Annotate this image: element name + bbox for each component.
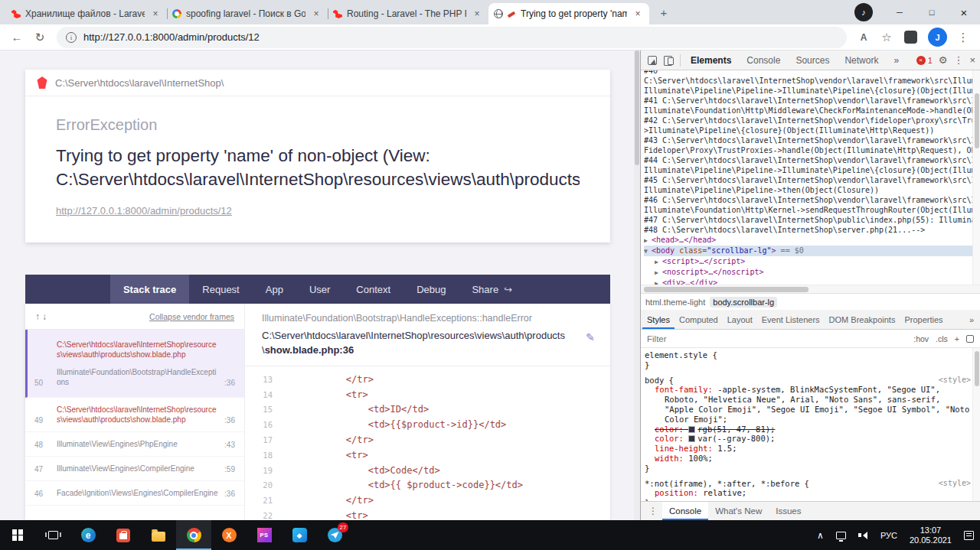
drawer-menu-icon[interactable]: ⋮ — [644, 502, 662, 520]
start-button[interactable] — [0, 520, 35, 550]
stack-text-line[interactable]: #47 C:\Server\htdocs\laravel\InternetSho… — [644, 215, 980, 225]
expand-arrow-icon[interactable]: ▶ — [655, 278, 662, 285]
device-toolbar-icon[interactable] — [664, 55, 674, 65]
tray-chevron-up-icon[interactable]: ∧ — [811, 520, 830, 550]
address-bar[interactable]: i http://127.0.0.1:8000/admin/products/1… — [57, 27, 847, 48]
inspect-element-icon[interactable] — [648, 56, 657, 65]
css-property[interactable]: position: relative; — [645, 488, 971, 498]
subtab-dom-breakpoints[interactable]: DOM Breakpoints — [825, 310, 900, 329]
browser-menu-icon[interactable]: ⋮ — [952, 27, 974, 48]
window-maximize-button[interactable]: □ — [916, 0, 948, 24]
network-icon[interactable] — [830, 520, 852, 550]
dom-node-body-selected[interactable]: ▼<body class="scrollbar-lg"> == $0 — [644, 246, 980, 256]
stack-text-line[interactable]: #40 — [644, 70, 980, 76]
color-swatch[interactable] — [688, 435, 695, 442]
tab-close-icon[interactable]: × — [632, 8, 644, 20]
window-close-button[interactable]: × — [948, 0, 980, 24]
element-style-rule[interactable]: element.style { } — [645, 350, 971, 370]
elements-horizontal-scrollbar[interactable] — [641, 285, 980, 293]
devtools-tab-network[interactable]: Network — [839, 50, 884, 70]
new-tab-button[interactable]: + — [654, 2, 674, 22]
taskbar-app-messenger[interactable]: 27 — [317, 520, 352, 550]
request-url-link[interactable]: http://127.0.0.1:8000/admin/products/12 — [56, 205, 232, 216]
stack-text-line[interactable]: #46 C:\Server\htdocs\laravel\InternetSho… — [644, 195, 980, 205]
layout-grid-icon[interactable] — [966, 335, 974, 343]
taskbar-app-phpstorm[interactable]: PS — [247, 520, 282, 550]
taskbar-clock[interactable]: 13:07 20.05.2021 — [903, 526, 958, 545]
dom-node-div[interactable]: ▶<div>…</div> — [644, 278, 980, 285]
expand-arrow-icon[interactable]: ▶ — [655, 257, 662, 267]
tab-close-icon[interactable]: × — [471, 8, 483, 20]
profile-avatar[interactable]: J — [928, 28, 947, 47]
taskbar-app-edge[interactable]: e — [70, 520, 106, 550]
css-property[interactable]: color: var(--gray-800); — [645, 434, 971, 444]
css-property[interactable]: line-height: 1.5; — [645, 444, 971, 454]
drawer-tab-console[interactable]: Console — [662, 502, 708, 520]
taskbar-app-store[interactable] — [106, 520, 141, 550]
stack-frame-46[interactable]: 46 Facade\Ignition\Views\Engines\Compile… — [25, 481, 244, 506]
page-scrollbar[interactable] — [634, 50, 640, 520]
stack-frame-49[interactable]: 49 C:\Server\htdocs\laravel\InternetShop… — [25, 398, 244, 432]
expand-arrow-icon[interactable]: ▶ — [644, 236, 652, 246]
css-property[interactable]: font-family: -apple-system, BlinkMacSyst… — [645, 385, 971, 424]
breadcrumb-html[interactable]: html.theme-light — [645, 298, 705, 307]
dom-node-noscript[interactable]: ▶<noscript>…</noscript> — [644, 267, 980, 278]
body-style-rule[interactable]: <style>body { font-family: -apple-system… — [645, 376, 971, 474]
page-scrollbar-thumb[interactable] — [635, 50, 639, 165]
drawer-tab-whats-new[interactable]: What's New — [708, 502, 769, 520]
back-button[interactable]: ← — [6, 27, 28, 48]
tab-close-icon[interactable]: × — [149, 8, 162, 20]
subtab-styles[interactable]: Styles — [642, 310, 675, 329]
collapse-arrow-icon[interactable]: ▼ — [644, 246, 652, 256]
ignition-tab-debug[interactable]: Debug — [403, 275, 459, 304]
extension-icon[interactable] — [904, 31, 917, 44]
devtools-tab-sources[interactable]: Sources — [790, 50, 835, 70]
taskbar-app-explorer[interactable] — [141, 520, 176, 550]
stack-text-line[interactable]: >Illuminate\Pipeline\{closure}(Object(Il… — [644, 125, 980, 135]
language-indicator[interactable]: РУС — [874, 520, 903, 550]
subtab-event-listeners[interactable]: Event Listeners — [757, 310, 825, 329]
hover-state-toggle[interactable]: :hov — [913, 334, 929, 343]
dom-node-head[interactable]: ▶<head>…</head> — [644, 235, 980, 246]
tab-laravel-routing[interactable]: Routing - Laravel - The PHP Fram × — [328, 3, 488, 24]
subtab-properties[interactable]: Properties — [900, 310, 947, 329]
media-controls-button[interactable]: ♪ — [854, 3, 873, 21]
ignition-tab-share[interactable]: Share ↪ — [459, 275, 525, 304]
more-subtabs-icon[interactable]: » — [963, 310, 980, 329]
style-origin-link[interactable]: <style> — [939, 479, 971, 489]
color-swatch[interactable] — [688, 426, 695, 433]
site-info-icon[interactable]: i — [66, 32, 77, 43]
open-in-editor-pencil-icon[interactable]: ✎ — [586, 331, 595, 343]
tab-error-page-active[interactable]: Trying to get property 'name × — [488, 3, 649, 24]
translate-icon[interactable]: A — [853, 27, 874, 48]
subtab-layout[interactable]: Layout — [723, 310, 757, 329]
sort-down-icon[interactable]: ↓ — [42, 311, 47, 322]
expand-arrow-icon[interactable]: ▶ — [655, 268, 662, 278]
stack-text-line[interactable]: #44 C:\Server\htdocs\laravel\InternetSho… — [644, 155, 980, 165]
stack-text-line[interactable]: #48 C:\Server\htdocs\laravel\InternetSho… — [644, 225, 980, 235]
styles-scrollbar-thumb[interactable] — [975, 351, 979, 386]
class-toggle[interactable]: .cls — [936, 334, 948, 343]
stack-text-line[interactable]: #45 C:\Server\htdocs\laravel\InternetSho… — [644, 175, 980, 185]
tab-google-search[interactable]: spoofing laravel - Поиск в Goog × — [167, 3, 328, 24]
new-style-rule-button[interactable]: + — [955, 334, 959, 343]
styles-scrollbar[interactable] — [972, 348, 980, 501]
elements-scrollbar-thumb[interactable] — [975, 93, 979, 148]
bookmark-star-icon[interactable]: ☆ — [876, 27, 897, 48]
taskbar-app-blue[interactable]: ◆ — [282, 520, 317, 550]
dom-node-script[interactable]: ▶<script>…</script> — [644, 256, 980, 267]
ignition-tab-user[interactable]: User — [296, 275, 343, 304]
taskbar-app-chrome-active[interactable] — [176, 520, 211, 550]
sort-up-icon[interactable]: ↑ — [35, 311, 40, 322]
stack-text-line[interactable]: Illuminate\Pipeline\Pipeline->then(Objec… — [644, 185, 980, 195]
stack-text-line[interactable]: #42 C:\Server\htdocs\laravel\InternetSho… — [644, 116, 980, 125]
stack-text-line[interactable]: Illuminate\Pipeline\Pipeline->Illuminate… — [644, 165, 980, 175]
tab-file-storage[interactable]: Хранилище файлов - Laravel - P × — [6, 3, 167, 24]
ignition-tab-app[interactable]: App — [253, 275, 296, 304]
tab-close-icon[interactable]: × — [310, 8, 322, 20]
css-property[interactable]: width: 100%; — [645, 454, 971, 464]
action-center-icon[interactable] — [958, 520, 980, 550]
stack-text-line[interactable]: Illuminate\Foundation\Http\Middleware\Ch… — [644, 106, 980, 116]
subtab-computed[interactable]: Computed — [675, 310, 723, 329]
stack-text-line[interactable]: C:\Server\htdocs\laravel\InternetShop\ve… — [644, 76, 980, 86]
